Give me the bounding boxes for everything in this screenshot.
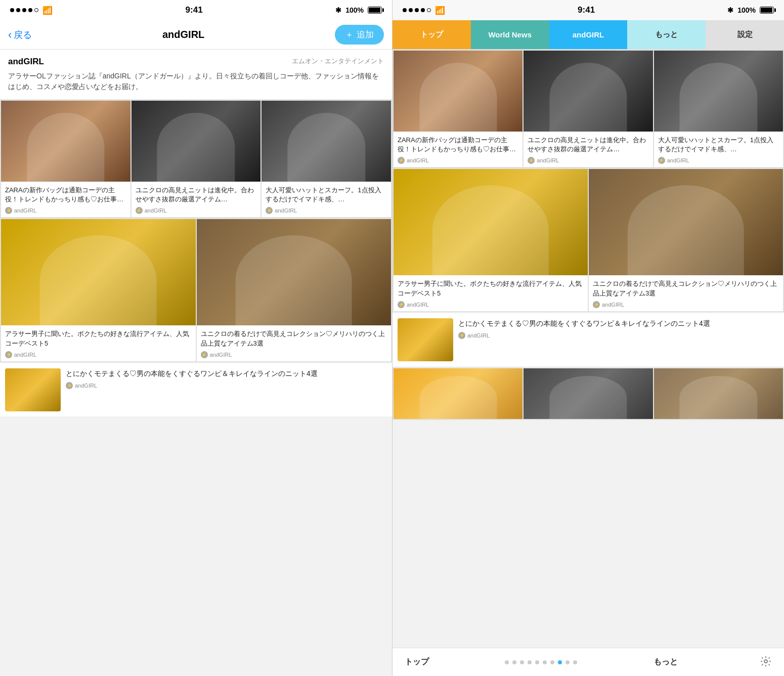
tab-top-label: トップ bbox=[420, 30, 443, 39]
r-article-card-7[interactable] bbox=[524, 368, 652, 419]
tab-more[interactable]: もっと bbox=[627, 20, 706, 49]
r-article-card-1[interactable]: ZARAの新作バッグは通勤コーデの主役！トレンドもかっちり感も♡お仕事… ⚡ a… bbox=[394, 51, 522, 167]
r-person-silhouette-4 bbox=[432, 185, 549, 276]
right-status-bar: 📶 9:41 ✱ 100% bbox=[393, 0, 784, 20]
bottom-nav-top-label[interactable]: トップ bbox=[405, 657, 429, 667]
back-button[interactable]: ‹ 戻る bbox=[8, 28, 32, 41]
r-article-list-source-1: ⚡ andGIRL bbox=[458, 332, 779, 339]
r-article-source-2: ⚡ andGIRL bbox=[528, 157, 648, 164]
tab-settings[interactable]: 設定 bbox=[706, 20, 784, 49]
r-article-source-4: ⚡ andGIRL bbox=[398, 301, 584, 308]
right-bottom-nav: トップ もっと bbox=[393, 648, 784, 676]
tab-world-news[interactable]: World News bbox=[471, 20, 549, 49]
bottom-dot-2 bbox=[512, 660, 516, 664]
tab-settings-label: 設定 bbox=[737, 30, 753, 39]
r-battery-fill bbox=[761, 8, 772, 13]
r-article-body-1: ZARAの新作バッグは通勤コーデの主役！トレンドもかっちり感も♡お仕事… ⚡ a… bbox=[394, 132, 522, 167]
source-label-3: andGIRL bbox=[275, 207, 297, 214]
right-time: 9:41 bbox=[578, 5, 595, 15]
back-label: 戻る bbox=[14, 29, 32, 41]
right-signal-indicator: 📶 bbox=[403, 6, 445, 15]
r-article-source-3: ⚡ andGIRL bbox=[658, 157, 779, 164]
signal-dot-1 bbox=[10, 8, 14, 12]
r-person-silhouette-3 bbox=[680, 63, 757, 132]
r-article-card-2[interactable]: ユニクロの高見えニットは進化中。合わせやすさ抜群の厳選アイテム… ⚡ andGI… bbox=[524, 51, 652, 167]
source-list-label-1: andGIRL bbox=[75, 383, 97, 389]
r-article-card-8[interactable] bbox=[654, 368, 783, 419]
bottom-dot-4 bbox=[528, 660, 532, 664]
r-signal-dot-4 bbox=[421, 8, 425, 12]
right-articles-container[interactable]: ZARAの新作バッグは通勤コーデの主役！トレンドもかっちり感も♡お仕事… ⚡ a… bbox=[393, 50, 784, 648]
article-card-4[interactable]: アラサー男子に聞いた。ボクたちの好きな流行アイテム、人気コーデベスト5 ⚡ an… bbox=[1, 219, 196, 361]
r-source-list-label-1: andGIRL bbox=[467, 332, 490, 339]
r-article-image-1 bbox=[394, 51, 522, 132]
svg-point-0 bbox=[764, 660, 767, 663]
article-card-1[interactable]: ZARAの新作バッグは通勤コーデの主役！トレンドもかっちり感も♡お仕事… ⚡ a… bbox=[1, 101, 130, 217]
r-article-image-8 bbox=[654, 368, 783, 419]
source-label-5: andGIRL bbox=[210, 352, 232, 358]
bottom-dot-8 bbox=[558, 660, 562, 664]
signal-dot-5 bbox=[34, 8, 38, 12]
r-person-silhouette-5 bbox=[628, 185, 744, 276]
article-title-4: アラサー男子に聞いた。ボクたちの好きな流行アイテム、人気コーデベスト5 bbox=[5, 329, 192, 348]
plus-icon: ＋ bbox=[345, 29, 354, 40]
article-body-5: ユニクロの着るだけで高見えコレクション♡メリハリのつく上品上質なアイテム3選 ⚡… bbox=[197, 325, 391, 361]
r-signal-dot-3 bbox=[415, 8, 419, 12]
bottom-dot-5 bbox=[535, 660, 539, 664]
article-card-3[interactable]: 大人可愛いハットとスカーフ。1点投入するだけでイマドキ感、… ⚡ andGIRL bbox=[262, 101, 391, 217]
r-article-card-5[interactable]: ユニクロの着るだけで高見えコレクション♡メリハリのつく上品上質なアイテム3選 ⚡… bbox=[589, 169, 783, 311]
r-source-label-2: andGIRL bbox=[537, 157, 559, 163]
r-article-card-6[interactable] bbox=[394, 368, 522, 419]
bottom-dot-1 bbox=[505, 660, 509, 664]
tab-andgirl-label: andGIRL bbox=[573, 30, 604, 39]
r-article-image-2 bbox=[524, 51, 652, 132]
r-article-card-3[interactable]: 大人可愛いハットとスカーフ。1点投入するだけでイマドキ感、… ⚡ andGIRL bbox=[654, 51, 783, 167]
r-article-list-title-1: とにかくモテまくる♡男の本能をくすぐるワンピ＆キレイなラインのニット4選 bbox=[458, 318, 779, 329]
article-title-2: ユニクロの高見えニットは進化中。合わせやすさ抜群の厳選アイテム… bbox=[136, 186, 257, 204]
settings-gear-button[interactable] bbox=[760, 655, 772, 669]
article-card-5[interactable]: ユニクロの着るだけで高見えコレクション♡メリハリのつく上品上質なアイテム3選 ⚡… bbox=[197, 219, 391, 361]
r-signal-dot-2 bbox=[409, 8, 413, 12]
r-person-silhouette-1 bbox=[419, 63, 497, 132]
r-source-icon-1: ⚡ bbox=[398, 157, 405, 164]
right-phone-panel: 📶 9:41 ✱ 100% トップ World News andGIRL もっと… bbox=[392, 0, 784, 676]
r-article-list-item-1[interactable]: とにかくモテまくる♡男の本能をくすぐるワンピ＆キレイなラインのニット4選 ⚡ a… bbox=[393, 313, 784, 366]
bottom-nav-more-label[interactable]: もっと bbox=[654, 657, 678, 667]
bottom-dots-container bbox=[505, 660, 577, 664]
r-article-image-3 bbox=[654, 51, 783, 132]
tab-world-news-label: World News bbox=[488, 30, 532, 39]
source-info-section: andGIRL エムオン・エンタテインメント アラサーOLファッション誌『and… bbox=[0, 50, 392, 100]
person-silhouette-5 bbox=[235, 235, 352, 326]
article-card-2[interactable]: ユニクロの高見えニットは進化中。合わせやすさ抜群の厳選アイテム… ⚡ andGI… bbox=[132, 101, 261, 217]
r-battery-icon bbox=[760, 7, 774, 14]
article-list-thumb-1 bbox=[5, 368, 61, 411]
article-list-item-1[interactable]: とにかくモテまくる♡男の本能をくすぐるワンピ＆キレイなラインのニット4選 ⚡ a… bbox=[0, 363, 392, 416]
back-chevron-icon: ‹ bbox=[8, 28, 12, 41]
left-articles-container[interactable]: ZARAの新作バッグは通勤コーデの主役！トレンドもかっちり感も♡お仕事… ⚡ a… bbox=[0, 100, 392, 676]
r-source-icon-3: ⚡ bbox=[658, 157, 665, 164]
left-time: 9:41 bbox=[186, 5, 203, 15]
tab-top[interactable]: トップ bbox=[393, 20, 471, 49]
bottom-dot-6 bbox=[543, 660, 547, 664]
article-source-3: ⚡ andGIRL bbox=[266, 207, 387, 214]
r-article-image-4 bbox=[394, 169, 588, 275]
article-title-3: 大人可愛いハットとスカーフ。1点投入するだけでイマドキ感、… bbox=[266, 186, 387, 204]
r-source-icon-list-1: ⚡ bbox=[458, 332, 465, 339]
r-person-silhouette-7 bbox=[549, 376, 627, 419]
r-article-title-5: ユニクロの着るだけで高見えコレクション♡メリハリのつく上品上質なアイテム3選 bbox=[593, 279, 779, 298]
right-articles-grid-row1: ZARAの新作バッグは通勤コーデの主役！トレンドもかっちり感も♡お仕事… ⚡ a… bbox=[393, 50, 784, 168]
article-image-1 bbox=[1, 101, 130, 182]
r-article-card-4[interactable]: アラサー男子に聞いた。ボクたちの好きな流行アイテム、人気コーデベスト5 ⚡ an… bbox=[394, 169, 588, 311]
signal-dot-2 bbox=[16, 8, 20, 12]
source-label-4: andGIRL bbox=[14, 352, 36, 358]
left-status-bar: 📶 9:41 ✱ 100% bbox=[0, 0, 392, 20]
source-icon-2: ⚡ bbox=[136, 207, 143, 214]
signal-dot-4 bbox=[28, 8, 32, 12]
article-title-5: ユニクロの着るだけで高見えコレクション♡メリハリのつく上品上質なアイテム3選 bbox=[201, 329, 387, 348]
right-tab-bar: トップ World News andGIRL もっと 設定 bbox=[393, 20, 784, 50]
article-source-1: ⚡ andGIRL bbox=[5, 207, 126, 214]
add-button[interactable]: ＋ 追加 bbox=[335, 25, 384, 45]
bottom-dot-7 bbox=[550, 660, 554, 664]
tab-andgirl[interactable]: andGIRL bbox=[549, 20, 628, 49]
wifi-icon: 📶 bbox=[42, 6, 53, 15]
